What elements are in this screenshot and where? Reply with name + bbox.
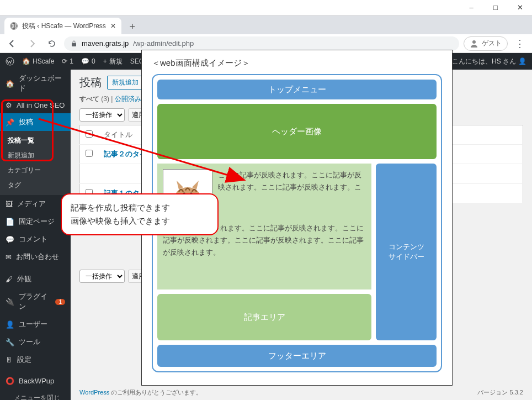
page-icon: 📄 (6, 218, 14, 226)
back-button[interactable] (4, 36, 20, 51)
url-host: maven.grats.jp (82, 39, 129, 48)
wp-logo-icon[interactable] (6, 57, 14, 66)
page-title: 投稿 (79, 75, 102, 90)
media-icon: 🖼 (6, 200, 13, 208)
submenu-posts-list[interactable]: 投稿一覧 (0, 133, 71, 148)
bulk-action-select-bottom[interactable]: 一括操作 (79, 270, 125, 283)
site-link[interactable]: 🏠 HScafe (22, 57, 54, 65)
diagram-article-area-block: 記事エリア (157, 294, 371, 340)
diagram-sidebar-block: コンテンツ サイドバー (376, 164, 437, 340)
diagram-title: ＜web画面構成イメージ＞ (152, 58, 442, 69)
sidebar-item-tools[interactable]: 🔧ツール (0, 333, 71, 351)
user-icon (470, 39, 478, 48)
new-content-link[interactable]: + 新規 (103, 57, 123, 66)
gear-icon: ⚙ (6, 101, 12, 109)
sidebar-item-users[interactable]: 👤ユーザー (0, 315, 71, 333)
submenu-add-new[interactable]: 新規追加 (0, 148, 71, 163)
callout-line2: 画像や映像も挿入できます (71, 214, 209, 228)
sidebar-item-pages[interactable]: 📄固定ページ (0, 213, 71, 230)
wrench-icon: 🔧 (6, 338, 14, 346)
pin-icon: 📌 (6, 118, 14, 127)
brush-icon: 🖌 (6, 275, 13, 283)
sidebar-item-comments[interactable]: 💬コメント (0, 230, 71, 248)
published-filter-link[interactable]: 公開済み (115, 95, 141, 103)
sidebar-item-settings[interactable]: 🎚設定 (0, 351, 71, 369)
svg-point-2 (472, 40, 476, 44)
row-checkbox[interactable] (86, 150, 93, 157)
comments-link[interactable]: 💬 0 (81, 57, 95, 65)
diagram-topmenu-block: トップメニュー (157, 80, 437, 99)
submenu-tags[interactable]: タグ (0, 178, 71, 193)
url-path: /wp-admin/edit.php (133, 39, 194, 48)
sidebar-item-appearance[interactable]: 🖌外観 (0, 270, 71, 288)
diagram-footer-block: フッターエリア (157, 345, 437, 367)
sidebar-item-posts[interactable]: 📌投稿 (0, 113, 71, 131)
window-titlebar: – □ ✕ (0, 0, 532, 15)
browser-tab[interactable]: 投稿 ‹ HScafe — WordPress ✕ (4, 18, 121, 34)
window-minimize-button[interactable]: – (459, 0, 483, 15)
add-new-button[interactable]: 新規追加 (107, 76, 143, 90)
address-bar[interactable]: maven.grats.jp/wp-admin/edit.php (64, 36, 459, 51)
diagram-header-block: ヘッダー画像 (157, 104, 437, 159)
reload-button[interactable] (44, 36, 60, 51)
updates-link[interactable]: ⟳ 1 (62, 57, 73, 65)
greeting[interactable]: こんにちは、HS さん 👤 (452, 57, 526, 66)
sidebar-item-contact[interactable]: ✉お問い合わせ (0, 248, 71, 266)
svg-rect-1 (72, 43, 76, 46)
browser-tab-strip: 投稿 ‹ HScafe — WordPress ✕ + (0, 15, 532, 34)
lock-icon (71, 40, 77, 47)
sidebar-item-plugins[interactable]: 🔌プラグイン1 (0, 288, 71, 315)
callout-line1: 記事を作成し投稿できます (71, 201, 209, 214)
sliders-icon: 🎚 (6, 356, 13, 364)
window-close-button[interactable]: ✕ (508, 0, 532, 15)
window-maximize-button[interactable]: □ (483, 0, 508, 15)
profile-chip[interactable]: ゲスト (464, 36, 508, 51)
diagram-article-text-top: ここに記事が反映されます。ここに記事が反映されます。ここに記事が反映されます。こ (218, 169, 366, 219)
update-badge: 1 (55, 299, 65, 305)
sidebar-item-dashboard[interactable]: 🏠ダッシュボード (0, 70, 71, 97)
wordpress-link[interactable]: WordPress (79, 389, 109, 396)
new-tab-button[interactable]: + (125, 19, 140, 34)
tab-close-icon[interactable]: ✕ (110, 22, 116, 30)
collapse-menu-button[interactable]: ◀ メニューを閉じる (0, 389, 71, 400)
sidebar-item-backwpup[interactable]: ⭕BackWPup (0, 373, 71, 389)
admin-sidebar: 🏠ダッシュボード ⚙All in One SEO 📌投稿 投稿一覧 新規追加 カ… (0, 70, 71, 400)
admin-footer: WordPress のご利用ありがとうございます。 バージョン 5.3.2 (79, 388, 523, 397)
sidebar-item-aioseo[interactable]: ⚙All in One SEO (0, 97, 71, 113)
tab-title: 投稿 ‹ HScafe — WordPress (22, 22, 106, 31)
globe-icon (10, 22, 18, 30)
bulk-action-select[interactable]: 一括操作 (79, 108, 125, 122)
sidebar-item-media[interactable]: 🖼メディア (0, 195, 71, 213)
svg-point-3 (6, 57, 14, 65)
version-label: バージョン 5.3.2 (477, 388, 523, 397)
annotation-callout: 記事を作成し投稿できます 画像や映像も挿入できます (61, 193, 219, 235)
browser-menu-button[interactable]: ⋮ (512, 36, 528, 51)
sidebar-submenu: 投稿一覧 新規追加 カテゴリー タグ (0, 131, 71, 195)
comment-icon: 💬 (6, 235, 14, 244)
backup-icon: ⭕ (6, 377, 14, 385)
submenu-categories[interactable]: カテゴリー (0, 163, 71, 178)
mail-icon: ✉ (6, 253, 12, 261)
user-icon: 👤 (6, 320, 14, 329)
forward-button[interactable] (24, 36, 40, 51)
dashboard-icon: 🏠 (6, 80, 14, 88)
plugin-icon: 🔌 (6, 298, 14, 306)
select-all-checkbox[interactable] (86, 130, 93, 138)
